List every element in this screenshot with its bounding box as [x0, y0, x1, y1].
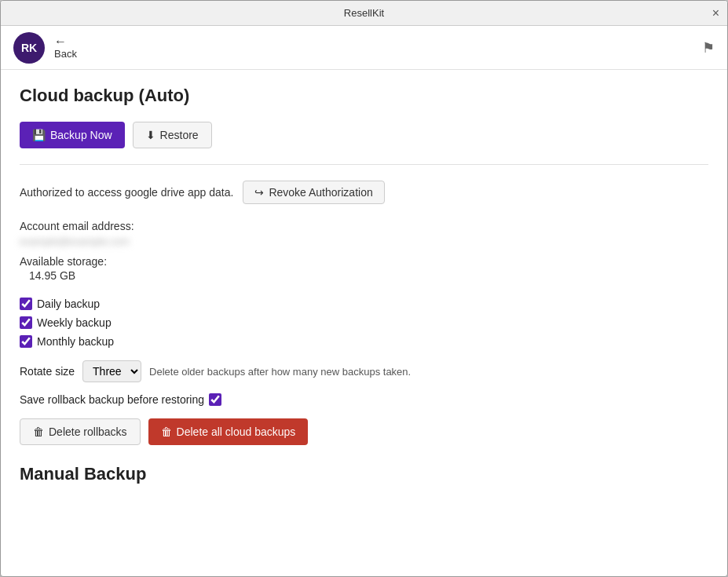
auth-text: Authorized to access google drive app da…: [20, 186, 233, 199]
storage-label: Available storage:: [20, 255, 708, 268]
title-bar: ResellKit ×: [1, 1, 727, 26]
auth-row: Authorized to access google drive app da…: [20, 181, 708, 204]
restore-icon: ⬇: [146, 129, 155, 141]
revoke-authorization-button[interactable]: ↪ Revoke Authorization: [243, 181, 384, 204]
auth-section: Authorized to access google drive app da…: [20, 181, 708, 204]
daily-backup-label: Daily backup: [37, 298, 100, 310]
top-bar-left: RK ← Back: [13, 32, 77, 64]
daily-backup-row: Daily backup: [20, 298, 708, 310]
weekly-backup-row: Weekly backup: [20, 316, 708, 329]
delete-all-cloud-backups-button[interactable]: 🗑 Delete all cloud backups: [148, 418, 309, 445]
avatar: RK: [13, 32, 45, 64]
storage-section: Available storage: 14.95 GB: [20, 255, 708, 282]
trash-icon-rollbacks: 🗑: [33, 425, 44, 438]
monthly-backup-label: Monthly backup: [37, 335, 114, 348]
account-section: Account email address: example@example.c…: [20, 220, 708, 247]
close-button[interactable]: ×: [712, 7, 719, 20]
weekly-backup-checkbox[interactable]: [20, 316, 32, 329]
storage-value: 14.95 GB: [20, 269, 708, 282]
back-arrow-icon: ←: [54, 35, 67, 48]
rollback-checkbox[interactable]: [209, 393, 221, 406]
rotate-hint: Delete older backups after how many new …: [149, 366, 411, 378]
trash-icon-all: 🗑: [161, 425, 172, 438]
delete-all-label: Delete all cloud backups: [177, 425, 296, 438]
rotate-size-label: Rotate size: [20, 365, 75, 378]
manual-backup-title: Manual Backup: [20, 464, 708, 484]
page-title: Cloud backup (Auto): [20, 86, 708, 106]
account-email-label: Account email address:: [20, 220, 708, 232]
account-email-value: example@example.com: [20, 236, 708, 247]
flag-icon[interactable]: ⚑: [702, 39, 715, 57]
rollback-row: Save rollback backup before restoring: [20, 393, 708, 406]
monthly-backup-checkbox[interactable]: [20, 335, 32, 348]
restore-label: Restore: [160, 129, 199, 141]
divider: [20, 164, 708, 165]
rotate-size-select[interactable]: One Two Three Four Five: [82, 360, 141, 382]
window-title: ResellKit: [344, 7, 384, 19]
rollback-label: Save rollback backup before restoring: [20, 393, 204, 406]
delete-buttons: 🗑 Delete rollbacks 🗑 Delete all cloud ba…: [20, 418, 708, 445]
rotate-size-row: Rotate size One Two Three Four Five Dele…: [20, 360, 708, 382]
app-window: ResellKit × RK ← Back ⚑ Cloud backup (Au…: [0, 0, 728, 577]
back-button[interactable]: ← Back: [54, 35, 77, 60]
backup-icon: 💾: [32, 129, 46, 141]
monthly-backup-row: Monthly backup: [20, 335, 708, 348]
delete-rollbacks-button[interactable]: 🗑 Delete rollbacks: [20, 418, 141, 445]
revoke-label: Revoke Authorization: [269, 186, 372, 199]
revoke-icon: ↪: [254, 186, 264, 199]
backup-now-label: Backup Now: [50, 129, 112, 141]
top-bar: RK ← Back ⚑: [1, 26, 727, 70]
content-area: Cloud backup (Auto) 💾 Backup Now ⬇ Resto…: [1, 70, 727, 576]
backup-options: Daily backup Weekly backup Monthly backu…: [20, 298, 708, 348]
restore-button[interactable]: ⬇ Restore: [133, 122, 212, 148]
weekly-backup-label: Weekly backup: [37, 316, 112, 329]
backup-now-button[interactable]: 💾 Backup Now: [20, 122, 125, 148]
delete-rollbacks-label: Delete rollbacks: [49, 425, 127, 438]
back-label: Back: [54, 48, 77, 60]
daily-backup-checkbox[interactable]: [20, 298, 32, 310]
action-buttons: 💾 Backup Now ⬇ Restore: [20, 122, 708, 148]
